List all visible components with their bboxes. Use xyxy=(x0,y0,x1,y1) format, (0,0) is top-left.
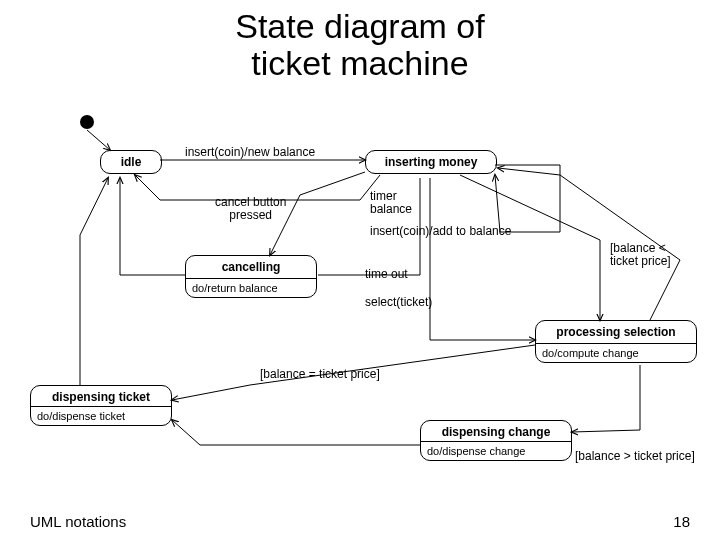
label-balance-lt-l1: [balance < xyxy=(610,241,666,255)
state-dispensing-change-name: dispensing change xyxy=(421,421,571,441)
svg-line-0 xyxy=(87,130,110,150)
label-time-out: time out xyxy=(365,268,408,281)
page-number: 18 xyxy=(673,513,690,530)
slide-title: State diagram of ticket machine xyxy=(0,8,720,83)
title-line-2: ticket machine xyxy=(251,44,468,82)
state-inserting-money: inserting money xyxy=(365,150,497,174)
label-cancel-pressed: cancel button pressed xyxy=(215,196,286,222)
label-insert-add: insert(coin)/add to balance xyxy=(370,225,511,238)
initial-state-dot xyxy=(80,115,94,129)
state-dispensing-ticket-name: dispensing ticket xyxy=(31,386,171,406)
label-timer-l2: balance xyxy=(370,202,412,216)
label-insert-new-balance: insert(coin)/new balance xyxy=(185,146,315,159)
label-timer-balance: timer balance xyxy=(370,190,412,216)
state-cancelling: cancelling do/return balance xyxy=(185,255,317,298)
state-idle: idle xyxy=(100,150,162,174)
label-balance-lt: [balance < ticket price] xyxy=(610,242,671,268)
label-cancel-pressed-l1: cancel button xyxy=(215,195,286,209)
state-inserting-money-name: inserting money xyxy=(366,151,496,173)
state-processing-activity: do/compute change xyxy=(536,344,696,362)
state-cancelling-name: cancelling xyxy=(186,256,316,278)
state-dispensing-change-activity: do/dispense change xyxy=(421,442,571,460)
state-processing-selection: processing selection do/compute change xyxy=(535,320,697,363)
state-processing-name: processing selection xyxy=(536,321,696,343)
state-cancelling-activity: do/return balance xyxy=(186,279,316,297)
label-balance-lt-l2: ticket price] xyxy=(610,254,671,268)
state-dispensing-ticket-activity: do/dispense ticket xyxy=(31,407,171,425)
state-idle-name: idle xyxy=(101,151,161,173)
label-balance-eq: [balance = ticket price] xyxy=(260,368,380,381)
state-dispensing-ticket: dispensing ticket do/dispense ticket xyxy=(30,385,172,426)
label-select-ticket: select(ticket) xyxy=(365,296,432,309)
label-cancel-pressed-l2: pressed xyxy=(229,208,272,222)
label-timer-l1: timer xyxy=(370,189,397,203)
title-line-1: State diagram of xyxy=(235,7,484,45)
state-dispensing-change: dispensing change do/dispense change xyxy=(420,420,572,461)
footer-left: UML notations xyxy=(30,513,126,530)
label-balance-gt: [balance > ticket price] xyxy=(575,450,695,463)
